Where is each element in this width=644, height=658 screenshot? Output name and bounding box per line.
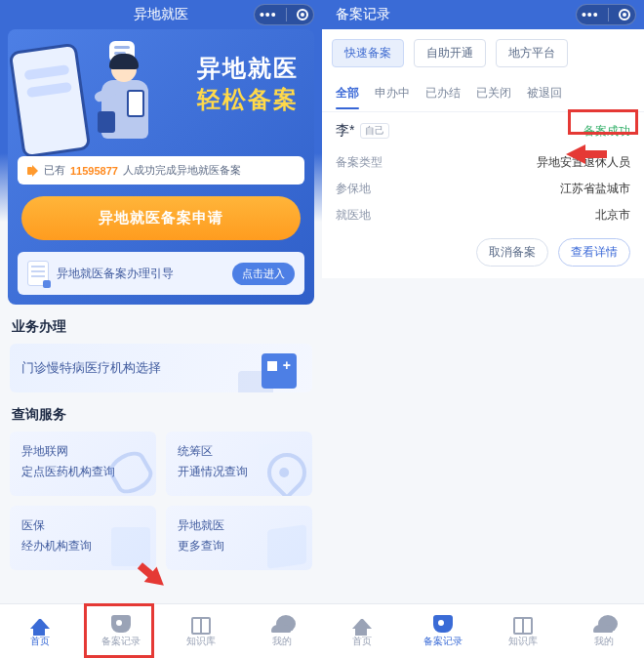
tab-mine[interactable]: 我的	[242, 604, 323, 658]
chip-local[interactable]: 地方平台	[496, 39, 568, 67]
query-card-agency[interactable]: 医保 经办机构查询	[10, 506, 156, 570]
user-icon	[276, 615, 296, 633]
more-icon[interactable]: •••	[260, 8, 277, 21]
slogan-line1: 异地就医	[197, 53, 299, 84]
right-header: 备案记录 •••	[322, 0, 644, 29]
record-card: 李* 自己 备案成功 备案类型 异地安置退休人员 参保地 江苏省盐城市 就医地 …	[322, 112, 644, 284]
record-row: 备案类型 异地安置退休人员	[336, 149, 630, 176]
row-key: 参保地	[336, 181, 371, 197]
row-value: 北京市	[595, 207, 630, 224]
tab-label: 备案记录	[423, 635, 463, 648]
close-icon[interactable]	[619, 9, 630, 21]
query-card-more[interactable]: 异地就医 更多查询	[166, 506, 312, 570]
success-count-banner: 已有 11595877 人成功完成异地就医备案	[18, 156, 304, 185]
query-grid: 异地联网 定点医药机构查询 统筹区 开通情况查询 医保 经办机构查询 异地就医 …	[10, 432, 312, 570]
record-row: 就医地 北京市	[336, 202, 630, 228]
speaker-icon	[27, 165, 39, 177]
shield-icon	[433, 615, 453, 633]
book-icon	[191, 617, 211, 635]
tab-records[interactable]: 备案记录	[81, 604, 162, 658]
document-icon	[111, 527, 150, 566]
tab-knowledge[interactable]: 知识库	[161, 604, 242, 658]
tab-knowledge[interactable]: 知识库	[483, 604, 564, 658]
tab-label: 知识库	[508, 635, 538, 648]
record-row: 参保地 江苏省盐城市	[336, 176, 630, 202]
tab-records[interactable]: 备案记录	[403, 604, 484, 658]
apply-button[interactable]: 异地就医备案申请	[21, 196, 301, 240]
section-biz-title: 业务办理	[0, 305, 322, 344]
capsule-sep	[286, 8, 287, 21]
document-icon	[27, 261, 49, 286]
right-tabbar: 首页 备案记录 知识库 我的	[322, 603, 644, 658]
filter-chips: 快速备案 自助开通 地方平台	[322, 29, 644, 77]
miniapp-capsule[interactable]: •••	[254, 4, 314, 25]
count-suffix: 人成功完成异地就医备案	[123, 163, 241, 178]
view-detail-button[interactable]: 查看详情	[558, 238, 630, 267]
query-card-region[interactable]: 统筹区 开通情况查询	[166, 432, 312, 496]
count-number: 11595877	[70, 165, 118, 177]
left-header: 异地就医 •••	[0, 0, 322, 29]
cancel-record-button[interactable]: 取消备案	[476, 238, 548, 267]
stack-icon	[267, 524, 306, 569]
tab-closed[interactable]: 已关闭	[468, 77, 519, 111]
tab-label: 我的	[272, 635, 292, 648]
left-tabbar: 首页 备案记录 知识库 我的	[0, 603, 322, 658]
hospital-icon	[262, 353, 297, 389]
chip-self[interactable]: 自助开通	[414, 39, 486, 67]
tab-label: 我的	[594, 635, 614, 648]
record-name: 李* 自己	[336, 122, 389, 140]
status-tabs: 全部 申办中 已办结 已关闭 被退回	[322, 77, 644, 112]
miniapp-capsule[interactable]: •••	[576, 4, 636, 25]
tab-done[interactable]: 已办结	[418, 77, 468, 111]
row-value: 江苏省盐城市	[560, 181, 630, 197]
guide-text: 异地就医备案办理引导	[57, 266, 224, 282]
tab-label: 知识库	[186, 635, 216, 648]
record-status: 备案成功	[584, 123, 630, 140]
right-phone: 备案记录 ••• 快速备案 自助开通 地方平台 全部 申办中 已办结 已关闭 被…	[322, 0, 644, 658]
home-icon	[352, 610, 372, 629]
right-header-title: 备案记录	[336, 6, 390, 23]
tab-processing[interactable]: 申办中	[367, 77, 418, 111]
tab-label: 首页	[30, 635, 50, 648]
row-key: 备案类型	[336, 154, 382, 171]
capsule-sep	[608, 8, 609, 21]
shield-icon	[111, 615, 131, 633]
user-icon	[598, 615, 618, 633]
chip-fast[interactable]: 快速备案	[332, 39, 404, 67]
left-phone: 异地就医 ••• 异地就医	[0, 0, 322, 658]
tab-mine[interactable]: 我的	[564, 604, 645, 658]
hero-illustration	[16, 37, 172, 154]
tab-home[interactable]: 首页	[322, 604, 403, 658]
section-query-title: 查询服务	[0, 392, 322, 432]
row-key: 就医地	[336, 207, 371, 224]
count-prefix: 已有	[44, 163, 65, 178]
guide-row[interactable]: 异地就医备案办理引导 点击进入	[18, 252, 304, 295]
tab-all[interactable]: 全部	[328, 77, 367, 111]
query-card-network[interactable]: 异地联网 定点医药机构查询	[10, 432, 156, 496]
home-icon	[30, 610, 50, 629]
hero-card: 异地就医 轻松备案 已有 11595877 人成功完成异地就医备案 异地就医备案…	[8, 29, 314, 305]
tab-returned[interactable]: 被退回	[519, 77, 570, 111]
tab-label: 备案记录	[101, 635, 141, 648]
left-header-title: 异地就医	[134, 6, 188, 23]
tab-label: 首页	[352, 635, 372, 648]
book-icon	[513, 617, 533, 635]
hero-slogan: 异地就医 轻松备案	[197, 53, 299, 115]
more-icon[interactable]: •••	[582, 8, 599, 21]
row-value: 异地安置退休人员	[537, 154, 630, 171]
record-name-text: 李*	[336, 122, 354, 140]
self-tag: 自己	[360, 123, 389, 139]
tab-home[interactable]: 首页	[0, 604, 81, 658]
biz-card[interactable]: 门诊慢特病医疗机构选择	[10, 344, 312, 392]
slogan-line2: 轻松备案	[197, 84, 299, 115]
close-icon[interactable]	[297, 9, 308, 21]
guide-enter-button[interactable]: 点击进入	[232, 263, 295, 285]
